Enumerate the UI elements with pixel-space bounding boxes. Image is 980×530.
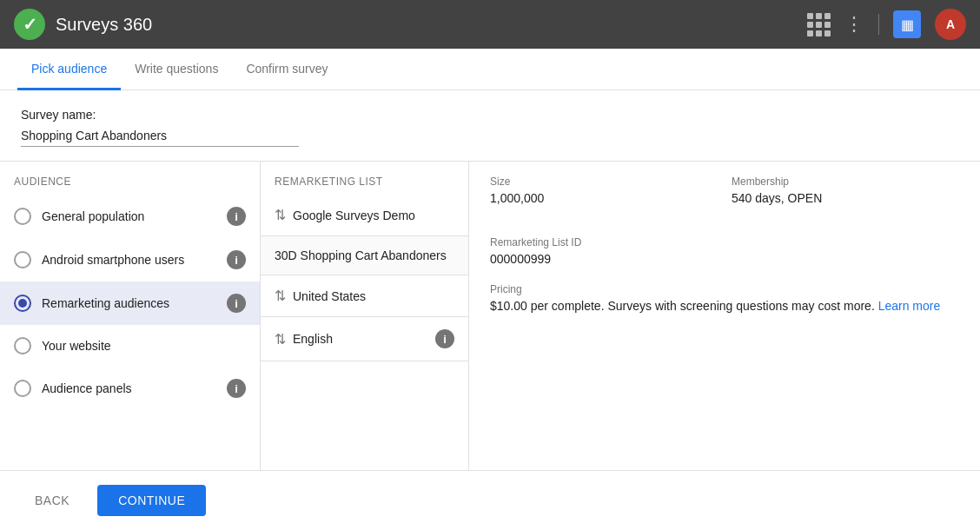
audience-item-android[interactable]: Android smartphone users i xyxy=(0,238,260,282)
audience-item-panels[interactable]: Audience panels i xyxy=(0,367,260,410)
details-panel: Size 1,000,000 Membership 540 days, OPEN… xyxy=(469,162,980,470)
audience-item-remarketing[interactable]: Remarketing audiences i xyxy=(0,282,260,325)
size-detail: Size 1,000,000 xyxy=(490,176,718,205)
audience-item-your-website[interactable]: Your website xyxy=(0,325,260,367)
remarketing-list-id-value: 000000999 xyxy=(490,252,959,266)
remarketing-label-united-states: United States xyxy=(293,289,366,303)
more-icon[interactable]: ⋮ xyxy=(844,13,864,36)
tab-write-questions[interactable]: Write questions xyxy=(121,50,232,90)
audience-item-general-population[interactable]: General population i xyxy=(0,195,260,238)
app-title: Surveys 360 xyxy=(56,15,152,35)
survey-name-label: Survey name: xyxy=(21,108,959,122)
remarketing-label-google-surveys: Google Surveys Demo xyxy=(293,209,415,222)
survey-name-value: Shopping Cart Abandoners xyxy=(21,129,299,147)
remarketing-panel: Remarketing list ⇅ Google Surveys Demo 3… xyxy=(261,162,469,470)
membership-label: Membership xyxy=(732,176,959,188)
remarketing-item-google-surveys-demo[interactable]: ⇅ Google Surveys Demo xyxy=(261,195,468,236)
info-icon-general-population[interactable]: i xyxy=(227,207,246,226)
size-label: Size xyxy=(490,176,718,188)
remarketing-item-english[interactable]: ⇅ English i xyxy=(261,317,468,361)
audience-label-android: Android smartphone users xyxy=(42,253,216,267)
panels-wrapper: Audience General population i Android sm… xyxy=(0,162,980,470)
remarketing-list-id-detail: Remarketing List ID 000000999 xyxy=(490,236,959,266)
info-icon-english[interactable]: i xyxy=(435,329,454,348)
continue-button[interactable]: CONTINUE xyxy=(97,485,206,516)
pricing-value: $10.00 xyxy=(490,299,527,313)
spinner-icon-united-states: ⇅ xyxy=(275,288,286,304)
membership-detail: Membership 540 days, OPEN xyxy=(732,176,959,205)
remarketing-header: Remarketing list xyxy=(261,162,468,195)
info-icon-android[interactable]: i xyxy=(227,250,246,269)
tabs-bar: Pick audience Write questions Confirm su… xyxy=(0,49,980,90)
remarketing-label-30d: 30D Shopping Cart Abandoners xyxy=(275,248,447,262)
pricing-label: Pricing xyxy=(490,283,959,295)
audience-label-your-website: Your website xyxy=(42,339,246,353)
audience-label-panels: Audience panels xyxy=(42,381,216,395)
radio-remarketing xyxy=(14,295,31,312)
radio-your-website xyxy=(14,337,31,354)
radio-android xyxy=(14,251,31,268)
grid-icon[interactable] xyxy=(807,13,831,36)
footer-buttons: BACK CONTINUE xyxy=(0,470,980,530)
top-nav-right: ⋮ ▦ A xyxy=(807,9,966,40)
audience-label-general-population: General population xyxy=(42,209,216,223)
app-logo: ✓ xyxy=(14,9,45,40)
pricing-detail: Pricing $10.00 per complete. Surveys wit… xyxy=(490,283,959,313)
calendar-icon[interactable]: ▦ xyxy=(893,10,921,38)
remarketing-item-united-states[interactable]: ⇅ United States xyxy=(261,275,468,317)
top-nav: ✓ Surveys 360 ⋮ ▦ A xyxy=(0,0,980,49)
info-icon-panels[interactable]: i xyxy=(227,379,246,398)
radio-general-population xyxy=(14,208,31,225)
tab-confirm-survey[interactable]: Confirm survey xyxy=(232,50,341,90)
top-nav-left: ✓ Surveys 360 xyxy=(14,9,152,40)
divider xyxy=(878,14,879,35)
radio-remarketing-inner xyxy=(18,299,27,308)
pricing-text: $10.00 per complete. Surveys with screen… xyxy=(490,299,959,313)
audience-header: Audience xyxy=(0,162,260,195)
membership-value: 540 days, OPEN xyxy=(732,191,959,205)
remarketing-item-30d[interactable]: 30D Shopping Cart Abandoners xyxy=(261,236,468,275)
remarketing-label-english: English xyxy=(293,332,428,346)
info-icon-remarketing[interactable]: i xyxy=(227,294,246,313)
audience-label-remarketing: Remarketing audiences xyxy=(42,296,216,310)
tab-pick-audience[interactable]: Pick audience xyxy=(17,50,121,90)
survey-name-section: Survey name: Shopping Cart Abandoners xyxy=(0,90,980,162)
pricing-suffix: per complete. Surveys with screening que… xyxy=(527,299,875,313)
radio-panels xyxy=(14,380,31,397)
remarketing-list-id-label: Remarketing List ID xyxy=(490,236,959,248)
spinner-icon-google-surveys: ⇅ xyxy=(275,207,286,223)
user-avatar[interactable]: A xyxy=(935,9,966,40)
details-grid: Size 1,000,000 Membership 540 days, OPEN xyxy=(490,176,959,222)
spinner-icon-english: ⇅ xyxy=(275,331,286,348)
audience-panel: Audience General population i Android sm… xyxy=(0,162,261,470)
learn-more-link[interactable]: Learn more xyxy=(878,299,941,313)
back-button[interactable]: BACK xyxy=(21,487,83,514)
content-wrapper: Survey name: Shopping Cart Abandoners Au… xyxy=(0,90,980,530)
size-value: 1,000,000 xyxy=(490,191,718,205)
